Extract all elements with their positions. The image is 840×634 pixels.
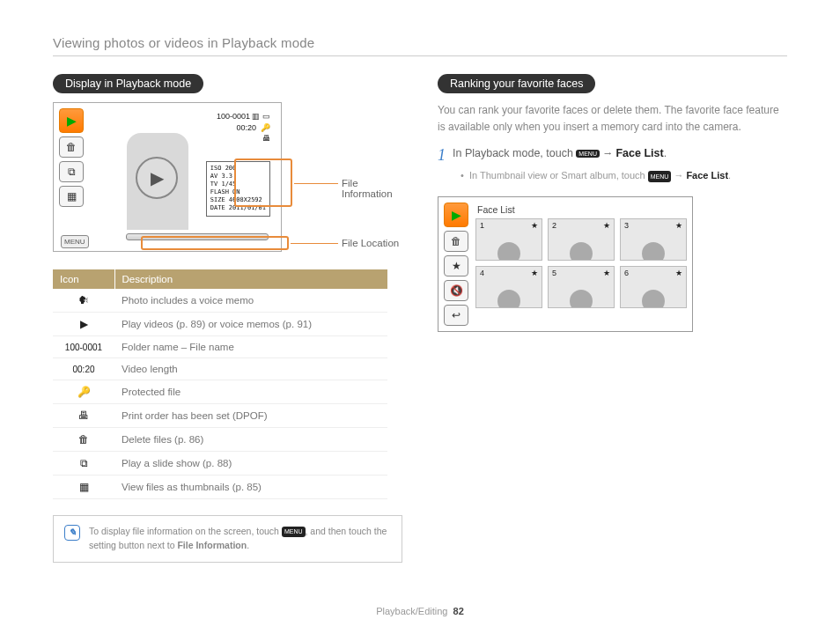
slideshow-icon: ⧉ <box>59 161 84 182</box>
page-title: Viewing photos or videos in Playback mod… <box>53 35 787 50</box>
face-cell: 6★ <box>620 266 687 308</box>
face-sidebar: ▶ 🗑 ★ 🔇 ↩ <box>444 203 470 326</box>
sound-off-icon: 🔇 <box>444 280 468 301</box>
table-row: 🖶Print order has been set (DPOF) <box>53 404 387 428</box>
play-thumb-icon: ▶ <box>444 203 468 227</box>
trash-icon: 🗑 <box>444 231 468 252</box>
highlight-location <box>141 236 289 250</box>
thumbnail-icon: ▦ <box>59 186 84 207</box>
table-row: 100-0001Folder name – File name <box>53 336 387 358</box>
table-row: 00:20Video length <box>53 358 387 380</box>
icon-description-table: Icon Description 🗣Photo includes a voice… <box>53 269 387 499</box>
section-pill-playback: Display in Playback mode <box>53 74 203 93</box>
table-row: ▶Play videos (p. 89) or voice memos (p. … <box>53 313 387 336</box>
table-row: 🗣Photo includes a voice memo <box>53 289 387 313</box>
page-footer: Playback/Editing 82 <box>0 606 840 616</box>
divider <box>53 55 787 56</box>
playback-screen-figure: ▶ 🗑 ⧉ ▦ ▶ 100-0001 ▥ ▭ 00:20 🔑 🖶 ISO 200 <box>53 102 402 252</box>
menu-chip-icon: MENU <box>576 150 600 158</box>
menu-chip-icon: MENU <box>282 527 306 538</box>
table-row: 🔑Protected file <box>53 380 387 404</box>
intro-text: You can rank your favorite faces or dele… <box>438 102 787 135</box>
th-icon: Icon <box>53 269 114 289</box>
right-column: Ranking your favorite faces You can rank… <box>438 74 787 563</box>
highlight-info <box>234 158 292 207</box>
face-cell: 1★ <box>475 218 542 261</box>
menu-button-icon: MENU <box>61 235 89 248</box>
face-list-screen: ▶ 🗑 ★ 🔇 ↩ Face List 1★ 2★ 3★ 4★ 5★ 6★ <box>438 196 693 332</box>
section-pill-ranking: Ranking your favorite faces <box>438 74 595 93</box>
step-number: 1 <box>438 147 446 163</box>
face-cell: 3★ <box>620 218 687 261</box>
note-text: To display file information on the scree… <box>89 525 391 553</box>
face-cell: 5★ <box>548 266 615 308</box>
rank-icon: ★ <box>444 255 468 276</box>
screen-sidebar: ▶ 🗑 ⧉ ▦ <box>59 108 87 246</box>
table-row: 🗑Delete files (p. 86) <box>53 428 387 452</box>
callout-file-location: File Location <box>342 238 399 248</box>
callout-file-information: File Information <box>342 178 402 199</box>
sub-bullet: • In Thumbnail view or Smart album, touc… <box>461 168 787 184</box>
face-grid: 1★ 2★ 3★ 4★ 5★ 6★ <box>475 218 687 308</box>
table-row: ⧉Play a slide show (p. 88) <box>53 452 387 476</box>
play-thumb-icon: ▶ <box>59 108 84 133</box>
step-1: 1 In Playback mode, touch MENU→Face List… <box>438 147 787 163</box>
big-play-icon: ▶ <box>136 157 178 199</box>
back-icon: ↩ <box>444 305 468 326</box>
face-cell: 2★ <box>548 218 615 261</box>
note-box: ✎ To display file information on the scr… <box>53 515 402 563</box>
note-icon: ✎ <box>64 525 80 541</box>
left-column: Display in Playback mode ▶ 🗑 ⧉ ▦ ▶ 100-0… <box>53 74 402 563</box>
step-text: In Playback mode, touch MENU→Face List. <box>453 147 667 159</box>
trash-icon: 🗑 <box>59 136 84 158</box>
table-row: ▦View files as thumbnails (p. 85) <box>53 476 387 499</box>
callout-line-loc <box>291 243 338 244</box>
face-cell: 4★ <box>475 266 542 308</box>
th-desc: Description <box>114 269 387 289</box>
callout-line-info <box>294 183 338 184</box>
top-right-info: 100-0001 ▥ ▭ 00:20 🔑 🖶 <box>217 111 270 144</box>
face-list-label: Face List <box>477 204 687 215</box>
menu-chip-icon: MENU <box>648 171 672 182</box>
